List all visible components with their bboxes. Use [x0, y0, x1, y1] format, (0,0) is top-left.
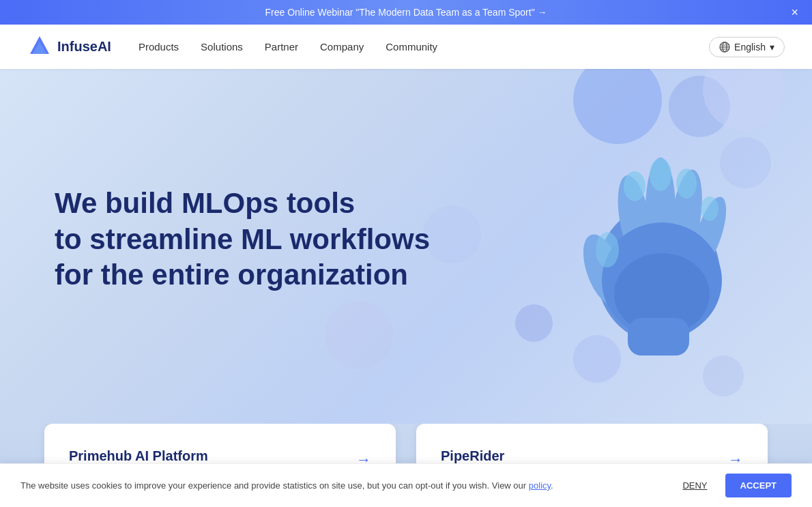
deco-circle-9: [703, 356, 744, 396]
announcement-close-button[interactable]: ×: [791, 6, 798, 18]
nav-products[interactable]: Products: [139, 41, 179, 53]
svg-point-19: [596, 232, 619, 267]
hero-line3: for the entire organization: [55, 259, 408, 291]
nav-partner[interactable]: Partner: [265, 41, 298, 53]
nav-solutions[interactable]: Solutions: [201, 41, 243, 53]
hero-headline: We build MLOps tools to streamline ML wo…: [55, 186, 450, 293]
svg-point-15: [624, 171, 646, 201]
globe-icon: [719, 42, 730, 53]
chevron-down-icon: ▾: [770, 42, 774, 53]
hero-line1: We build MLOps tools: [55, 187, 355, 219]
language-label: English: [734, 42, 766, 53]
cookie-bar: The website uses cookies to improve your…: [0, 463, 812, 507]
hero-text: We build MLOps tools to streamline ML wo…: [55, 186, 450, 307]
nav-community[interactable]: Community: [386, 41, 437, 53]
logo[interactable]: InfuseAI: [27, 35, 111, 59]
hero-section: We build MLOps tools to streamline ML wo…: [0, 69, 812, 424]
cookie-period: .: [551, 480, 553, 491]
piperider-title: PipeRider: [441, 448, 607, 464]
hero-line2: to streamline ML workflows: [55, 223, 430, 255]
deny-button[interactable]: DENY: [671, 475, 718, 496]
svg-point-17: [676, 169, 697, 199]
svg-point-16: [650, 158, 671, 191]
logo-text: InfuseAI: [57, 39, 111, 55]
announcement-text: Free Online Webinar "The Modern Data Tea…: [265, 7, 547, 18]
deco-circle-8: [703, 69, 785, 130]
cookie-policy-link[interactable]: policy: [529, 480, 551, 491]
cookie-buttons: DENY ACCEPT: [671, 474, 792, 497]
language-selector[interactable]: English ▾: [709, 37, 785, 57]
nav-links: Products Solutions Partner Company Commu…: [139, 41, 709, 53]
deco-circle-5: [515, 304, 553, 342]
deco-circle-1: [573, 69, 662, 144]
announcement-bar: Free Online Webinar "The Modern Data Tea…: [0, 0, 812, 25]
primehub-title: Primehub AI Platform: [69, 448, 283, 464]
deco-circle-4: [325, 301, 393, 369]
logo-icon: [27, 35, 52, 59]
hand-illustration: [553, 137, 771, 356]
cookie-message: The website uses cookies to improve your…: [20, 480, 526, 491]
navbar: InfuseAI Products Solutions Partner Comp…: [0, 25, 812, 69]
cookie-text: The website uses cookies to improve your…: [20, 480, 658, 491]
svg-rect-20: [628, 318, 689, 356]
accept-button[interactable]: ACCEPT: [725, 474, 792, 497]
nav-company[interactable]: Company: [320, 41, 364, 53]
deco-circle-2: [669, 76, 730, 137]
svg-point-18: [701, 197, 719, 221]
